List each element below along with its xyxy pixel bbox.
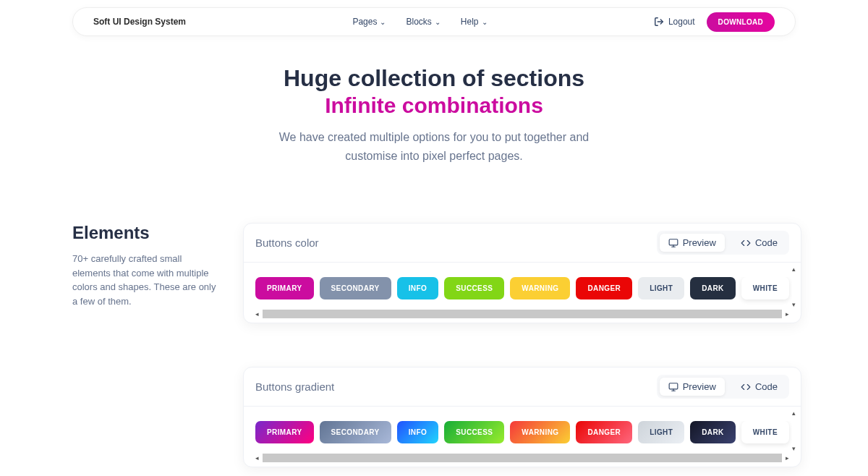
tab-label: Code: [755, 237, 778, 248]
tab-preview[interactable]: Preview: [660, 378, 725, 396]
panel-head: Buttons color Preview Code: [244, 224, 801, 263]
light-gradient-button[interactable]: LIGHT: [638, 421, 684, 443]
hero: Huge collection of sections Infinite com…: [0, 65, 868, 165]
danger-button[interactable]: DANGER: [576, 277, 632, 299]
scroll-up-icon[interactable]: ▴: [792, 409, 796, 417]
logout-label: Logout: [668, 17, 695, 27]
panel-title: Buttons gradient: [255, 381, 334, 393]
scroll-right-icon[interactable]: ▸: [783, 310, 792, 318]
panel-buttons-gradient: Buttons gradient Preview Code PRIMARY SE…: [243, 367, 801, 467]
sidebar-desc: 70+ carefully crafted small elements tha…: [72, 252, 217, 308]
danger-gradient-button[interactable]: DANGER: [576, 421, 632, 443]
light-button[interactable]: LIGHT: [638, 277, 684, 299]
brand[interactable]: Soft UI Design System: [93, 17, 186, 27]
logout-link[interactable]: Logout: [654, 17, 695, 27]
white-gradient-button[interactable]: WHITE: [741, 421, 789, 443]
chevron-down-icon: ⌄: [435, 18, 441, 26]
white-button[interactable]: WHITE: [741, 277, 789, 299]
nav-right: Logout DOWNLOAD: [654, 12, 775, 32]
info-button[interactable]: INFO: [397, 277, 439, 299]
primary-button[interactable]: PRIMARY: [255, 277, 314, 299]
secondary-button[interactable]: SECONDARY: [320, 277, 391, 299]
tab-label: Preview: [683, 381, 716, 392]
tab-label: Code: [755, 381, 778, 392]
nav-link-help[interactable]: Help ⌄: [461, 17, 488, 27]
scroll-track[interactable]: [263, 454, 782, 462]
panel-buttons-color: Buttons color Preview Code PRIMARY SECON…: [243, 223, 801, 323]
scroll-up-icon[interactable]: ▴: [792, 265, 796, 273]
vertical-scrollbar[interactable]: ▴ ▾: [789, 265, 799, 308]
svg-rect-1: [669, 239, 678, 245]
code-icon: [741, 238, 751, 248]
hero-title: Huge collection of sections: [0, 65, 868, 92]
scroll-left-icon[interactable]: ◂: [252, 310, 261, 318]
horizontal-scrollbar[interactable]: ◂ ▸: [252, 308, 792, 320]
tab-preview[interactable]: Preview: [660, 234, 725, 252]
panel-body: PRIMARY SECONDARY INFO SUCCESS WARNING D…: [244, 407, 801, 467]
scroll-track[interactable]: [791, 417, 798, 445]
warning-gradient-button[interactable]: WARNING: [510, 421, 570, 443]
scroll-left-icon[interactable]: ◂: [252, 454, 261, 462]
svg-rect-4: [669, 383, 678, 388]
dark-button[interactable]: DARK: [690, 277, 736, 299]
panel-body: PRIMARY SECONDARY INFO SUCCESS WARNING D…: [244, 263, 801, 323]
info-gradient-button[interactable]: INFO: [397, 421, 439, 443]
nav-link-label: Help: [461, 17, 479, 27]
nav-links: Pages ⌄ Blocks ⌄ Help ⌄: [352, 17, 487, 27]
secondary-gradient-button[interactable]: SECONDARY: [320, 421, 391, 443]
tab-code[interactable]: Code: [732, 378, 786, 396]
content: Elements 70+ carefully crafted small ele…: [72, 223, 796, 467]
sidebar-title: Elements: [72, 223, 217, 243]
top-navbar: Soft UI Design System Pages ⌄ Blocks ⌄ H…: [72, 7, 796, 36]
code-icon: [741, 382, 751, 392]
hero-subtitle: Infinite combinations: [0, 93, 868, 118]
warning-button[interactable]: WARNING: [510, 277, 570, 299]
monitor-icon: [668, 238, 678, 248]
button-row: PRIMARY SECONDARY INFO SUCCESS WARNING D…: [252, 277, 792, 308]
chevron-down-icon: ⌄: [482, 18, 488, 26]
logout-icon: [654, 17, 664, 27]
button-row: PRIMARY SECONDARY INFO SUCCESS WARNING D…: [252, 421, 792, 452]
nav-link-label: Pages: [352, 17, 377, 27]
vertical-scrollbar[interactable]: ▴ ▾: [789, 409, 799, 452]
scroll-down-icon[interactable]: ▾: [792, 445, 796, 452]
nav-link-blocks[interactable]: Blocks ⌄: [406, 17, 440, 27]
dark-gradient-button[interactable]: DARK: [690, 421, 736, 443]
panel-head: Buttons gradient Preview Code: [244, 367, 801, 407]
nav-link-label: Blocks: [406, 17, 431, 27]
panel-tabs: Preview Code: [657, 375, 789, 399]
panel-title: Buttons color: [255, 237, 319, 249]
scroll-track[interactable]: [263, 310, 782, 318]
primary-gradient-button[interactable]: PRIMARY: [255, 421, 314, 443]
monitor-icon: [668, 382, 678, 392]
success-button[interactable]: SUCCESS: [444, 277, 504, 299]
horizontal-scrollbar[interactable]: ◂ ▸: [252, 452, 792, 464]
panel-tabs: Preview Code: [657, 231, 789, 255]
panels: Buttons color Preview Code PRIMARY SECON…: [243, 223, 801, 467]
tab-code[interactable]: Code: [732, 234, 786, 252]
scroll-track[interactable]: [791, 273, 798, 301]
scroll-right-icon[interactable]: ▸: [783, 454, 792, 462]
nav-link-pages[interactable]: Pages ⌄: [352, 17, 386, 27]
download-button[interactable]: DOWNLOAD: [707, 12, 775, 32]
success-gradient-button[interactable]: SUCCESS: [444, 421, 504, 443]
scroll-down-icon[interactable]: ▾: [792, 301, 796, 308]
sidebar: Elements 70+ carefully crafted small ele…: [72, 223, 217, 467]
tab-label: Preview: [683, 237, 716, 248]
chevron-down-icon: ⌄: [380, 18, 386, 26]
hero-desc: We have created multiple options for you…: [0, 128, 868, 165]
